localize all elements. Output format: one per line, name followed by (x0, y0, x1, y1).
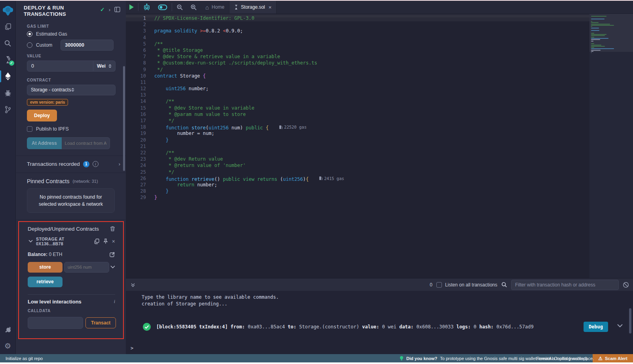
code-line: 22 /** (126, 150, 589, 156)
transactions-count-badge: 1 (83, 161, 89, 167)
remix-ide-window: ✓ (0, 0, 633, 364)
tab-storage-sol[interactable]: Storage.sol × (229, 1, 277, 13)
code-line: 23 * @dev Return value (126, 156, 589, 162)
minimap[interactable] (589, 14, 633, 278)
low-level-info-icon[interactable]: i (114, 299, 115, 305)
code-line: 17 */ (126, 118, 589, 124)
debugger-icon (4, 89, 12, 97)
code-line: 16 * @param num value to store (126, 111, 589, 118)
close-tab-icon[interactable]: × (269, 4, 272, 10)
code-line: 29} (126, 194, 589, 201)
expand-args-icon[interactable] (110, 265, 115, 269)
settings-icon: ⚙ (4, 341, 11, 351)
retrieve-function-button[interactable]: retrieve (28, 277, 63, 287)
terminal-scrollbar[interactable] (629, 308, 631, 334)
sidebar-item-solidity-compiler[interactable]: ✓ (0, 51, 16, 68)
clear-filter-icon[interactable] (623, 282, 629, 288)
tab-home[interactable]: ⌂ Home (201, 1, 229, 13)
calldata-label: CALLDATA (28, 309, 115, 313)
value-unit-select[interactable]: Wei (93, 61, 116, 72)
custom-gas-radio[interactable] (27, 42, 32, 48)
custom-gas-input[interactable] (61, 40, 114, 51)
sidebar-item-git[interactable] (0, 101, 16, 118)
terminal-prompt[interactable]: > (131, 345, 133, 351)
terminal-filter-input[interactable] (511, 280, 619, 290)
zoom-in-button[interactable] (187, 1, 201, 13)
sidebar-item-search[interactable] (0, 35, 16, 51)
copilot-toggle[interactable] (154, 1, 171, 13)
copy-icon[interactable] (94, 239, 99, 244)
publish-ipfs-checkbox[interactable] (27, 126, 32, 132)
code-editor[interactable]: 1// SPDX-License-Identifier: GPL-3.023pr… (126, 14, 589, 278)
chevron-right-icon[interactable]: › (119, 161, 120, 167)
warning-icon: ⚠ (598, 356, 603, 361)
value-unit-label: Wei (97, 63, 106, 69)
code-line: 9 */ (126, 66, 589, 73)
code-line: 24 * @return value of 'number' (126, 162, 589, 169)
contract-select[interactable]: Storage - contracts/Storage.sol (27, 85, 116, 95)
store-function-button[interactable]: store (28, 262, 63, 273)
code-line: 15 * @dev Store value in variable (126, 105, 589, 111)
chevron-down-icon[interactable] (28, 240, 33, 243)
expand-log-icon[interactable] (617, 324, 623, 328)
unit-updown-icon (108, 64, 112, 68)
solidity-file-icon (234, 4, 238, 10)
sidebar-item-file-explorer[interactable] (0, 18, 16, 35)
value-label: VALUE (27, 54, 116, 58)
tab-storage-label: Storage.sol (241, 4, 265, 10)
collapse-terminal-icon[interactable] (131, 282, 135, 287)
sidebar-item-plugin-manager[interactable] (0, 321, 16, 337)
remix-logo[interactable] (1, 4, 15, 18)
code-line: 7 * @dev Store & retrieve value in a var… (126, 53, 589, 60)
code-line: 21 (126, 143, 589, 150)
gas-estimate-badge: 2415 gas (319, 175, 344, 182)
edit-icon[interactable] (110, 252, 115, 257)
close-instance-icon[interactable]: × (112, 238, 115, 245)
store-argument-input[interactable] (64, 262, 109, 273)
pin-panel-icon[interactable] (114, 7, 120, 12)
editor-top-shadow (126, 14, 633, 17)
file-explorer-icon (4, 23, 12, 30)
trash-icon[interactable] (110, 226, 115, 231)
pin-icon[interactable] (103, 239, 108, 244)
transaction-log-row[interactable]: [block:5583405 txIndex:4] from: 0xa03...… (126, 322, 633, 332)
gas-estimate-badge: 22520 gas (279, 124, 307, 130)
transact-button[interactable]: Transact (85, 317, 116, 328)
at-address-button[interactable]: At Address (27, 137, 62, 149)
at-address-input[interactable] (62, 137, 110, 149)
listen-all-checkbox[interactable] (436, 282, 442, 288)
deploy-button[interactable]: Deploy (27, 110, 57, 121)
deployed-contract-card: STORAGE AT 0X136...8B78 × (28, 237, 115, 329)
git-init-status[interactable]: Initialize as git repo (0, 356, 43, 361)
estimated-gas-radio[interactable] (27, 31, 32, 37)
contract-instance-title[interactable]: STORAGE AT 0X136...8B78 (36, 237, 90, 246)
code-line: 3pragma solidity >=0.8.2 <0.9.0; (126, 28, 589, 34)
code-line: 19 number = num; (126, 130, 589, 136)
play-icon (129, 4, 134, 10)
transactions-recorded-section[interactable]: Transactions recorded 1 i › (16, 156, 126, 173)
info-icon[interactable]: i (93, 161, 99, 167)
panel-forward-icon[interactable]: › (109, 7, 110, 13)
code-line: 14 /** (126, 98, 589, 104)
value-input[interactable] (27, 61, 93, 72)
sidebar-item-settings[interactable]: ⚙ (0, 337, 16, 354)
sidebar-item-debugger[interactable] (0, 85, 16, 101)
code-line: 13 (126, 92, 589, 98)
transaction-count: 0 (430, 282, 432, 288)
zoom-out-button[interactable] (173, 1, 187, 13)
ai-copilot-button[interactable] (139, 1, 154, 13)
code-line: 6 * @title Storage (126, 47, 589, 53)
terminal-output[interactable]: Type the library name to see available c… (126, 291, 633, 354)
debug-button[interactable]: Debug (584, 322, 608, 332)
sidebar-item-deploy-run[interactable] (0, 68, 16, 85)
run-script-button[interactable] (126, 1, 137, 13)
code-line: 27 return number; (126, 182, 589, 188)
panel-scrollbar[interactable] (123, 66, 125, 171)
scam-alert-button[interactable]: ⚠ Scam Alert (593, 354, 633, 362)
code-line: 2 (126, 21, 589, 28)
home-icon: ⌂ (205, 4, 209, 11)
status-bar: Initialize as git repo Did you know? To … (0, 354, 633, 362)
evm-version-badge: evm version: paris (27, 99, 68, 106)
calldata-input[interactable] (28, 317, 83, 329)
panel-check-icon: ✓ (100, 6, 105, 13)
